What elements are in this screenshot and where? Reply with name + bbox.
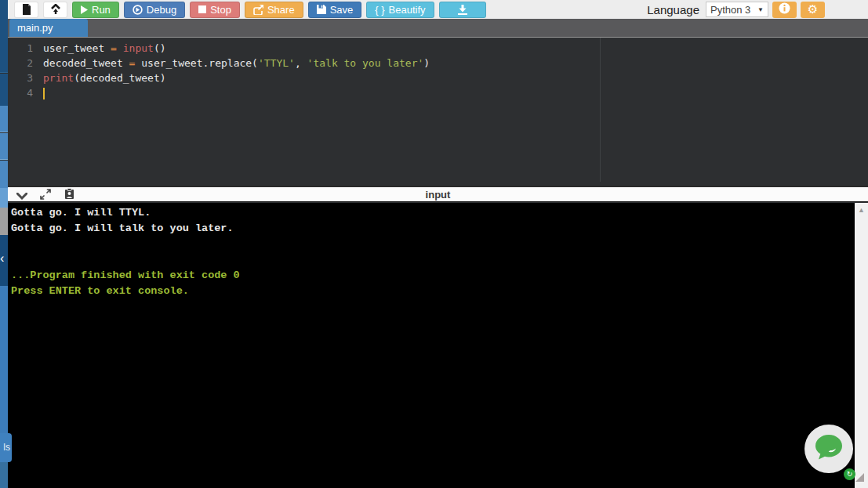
- file-icon: [22, 4, 31, 15]
- line-number: 4: [8, 85, 43, 100]
- toolbar-right-group: Language Python 3 ▼ ⚙: [647, 2, 825, 18]
- code-line: 1user_tweet = input(): [8, 41, 868, 56]
- code-lines: 1user_tweet = input()2decoded_tweet = us…: [8, 41, 868, 100]
- line-number: 2: [8, 56, 43, 70]
- share-button[interactable]: [0, 0, 8, 73]
- share-strip-filler: [0, 286, 8, 433]
- code-line: 3print(decoded_tweet): [8, 70, 868, 85]
- language-selected-value: Python 3: [710, 4, 750, 16]
- console-header: input: [8, 186, 868, 202]
- new-file-button[interactable]: [14, 2, 38, 18]
- braces-icon: { }: [375, 4, 384, 16]
- console-line: [11, 252, 868, 268]
- run-button[interactable]: Run: [72, 2, 119, 18]
- mini-status-icon[interactable]: ↻: [844, 468, 855, 480]
- console-line: Press ENTER to exit console.: [11, 284, 868, 299]
- console-line: [11, 237, 868, 252]
- stop-label: Stop: [210, 4, 231, 16]
- info-button[interactable]: [772, 2, 797, 18]
- code-text: print(decoded_tweet): [43, 70, 166, 85]
- code-text: user_tweet = input(): [43, 41, 166, 56]
- console-line: Gotta go. I will TTYL.: [11, 205, 868, 221]
- code-text: [43, 85, 45, 100]
- chat-bubble-icon: [814, 433, 844, 465]
- debug-button[interactable]: Debug: [124, 2, 185, 18]
- text-cursor: [43, 88, 45, 99]
- code-line: 4: [8, 85, 868, 100]
- editor-tabbar: main.py: [8, 19, 868, 37]
- console-lines: Gotta go. I will TTYL.Gotta go. I will t…: [11, 205, 868, 299]
- save-button[interactable]: Save: [308, 2, 362, 18]
- share-button[interactable]: [0, 161, 8, 188]
- console-scrollbar[interactable]: ▲: [855, 203, 868, 488]
- share-more-button[interactable]: [0, 208, 8, 235]
- collapse-sidebar-arrow[interactable]: ‹: [0, 235, 8, 286]
- share-button[interactable]: [0, 188, 8, 208]
- settings-button[interactable]: ⚙: [801, 2, 825, 18]
- save-label: Save: [330, 4, 354, 16]
- line-number: 3: [8, 70, 43, 85]
- console-line: Gotta go. I will talk to you later.: [11, 221, 868, 237]
- resize-grip[interactable]: [855, 473, 864, 482]
- share-button[interactable]: [0, 74, 8, 106]
- share-label: Share: [267, 4, 295, 16]
- language-label: Language: [647, 3, 699, 16]
- share-strip-filler: [0, 462, 8, 488]
- download-icon: [457, 5, 468, 15]
- code-editor[interactable]: 1user_tweet = input()2decoded_tweet = us…: [8, 37, 868, 182]
- save-icon: [317, 5, 326, 14]
- social-share-strip: ‹: [0, 0, 8, 488]
- side-tab-partial[interactable]: ls: [0, 433, 12, 462]
- stop-icon: [198, 5, 206, 13]
- play-icon: [81, 5, 88, 14]
- console-output[interactable]: Gotta go. I will TTYL.Gotta go. I will t…: [8, 203, 868, 488]
- gear-icon: ⚙: [808, 2, 818, 16]
- tab-main-py[interactable]: main.py: [9, 19, 88, 37]
- chevron-left-icon: ‹: [0, 251, 4, 265]
- scroll-up-arrow-icon[interactable]: ▲: [855, 206, 868, 214]
- run-label: Run: [92, 4, 111, 16]
- side-tab-label: ls: [3, 442, 10, 453]
- code-line: 2decoded_tweet = user_tweet.replace('TTY…: [8, 56, 868, 70]
- info-icon: [779, 2, 790, 16]
- my-projects-button[interactable]: [43, 2, 67, 18]
- chevron-down-icon: ▼: [757, 6, 764, 13]
- share-button[interactable]: [0, 106, 8, 132]
- share-icon: [253, 5, 263, 15]
- language-select[interactable]: Python 3 ▼: [706, 2, 768, 17]
- code-text: decoded_tweet = user_tweet.replace('TTYL…: [43, 56, 430, 70]
- toolbar: Run Debug Stop Share Save { } Beautify L…: [8, 0, 868, 19]
- console-input-label: input: [8, 187, 868, 203]
- chat-widget-button[interactable]: [804, 425, 853, 473]
- beautify-label: Beautify: [389, 4, 426, 16]
- tab-label: main.py: [17, 22, 53, 34]
- line-number: 1: [8, 41, 43, 56]
- debug-icon: [133, 5, 143, 15]
- onlinegdb-ide-window: ‹ ls Run Debug Stop Share: [0, 0, 868, 488]
- beautify-button[interactable]: { } Beautify: [366, 2, 434, 18]
- debug-label: Debug: [147, 4, 176, 16]
- share-button[interactable]: [0, 133, 8, 160]
- upload-home-icon: [50, 4, 61, 15]
- stop-button[interactable]: Stop: [190, 2, 240, 18]
- print-margin-line: [600, 38, 601, 182]
- share-toolbar-button[interactable]: Share: [245, 2, 303, 18]
- download-button[interactable]: [439, 2, 486, 18]
- console-line: ...Program finished with exit code 0: [11, 268, 868, 284]
